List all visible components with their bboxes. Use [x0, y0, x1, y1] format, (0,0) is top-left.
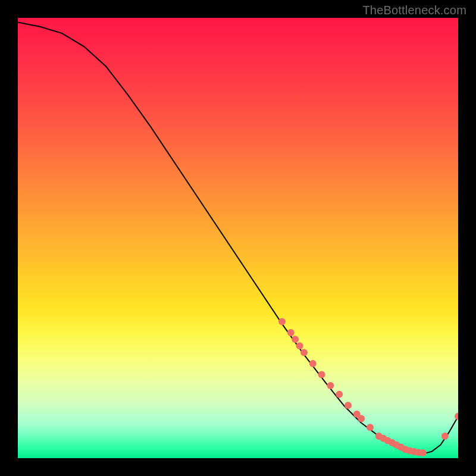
highlight-point	[441, 433, 449, 440]
highlight-point	[296, 342, 303, 349]
highlight-point	[309, 360, 317, 367]
highlight-point	[278, 318, 286, 325]
highlight-point	[336, 391, 343, 398]
highlight-point	[318, 371, 325, 378]
highlight-points	[278, 318, 458, 457]
highlight-point	[455, 413, 458, 420]
highlight-point	[300, 349, 308, 356]
highlight-point	[292, 336, 299, 343]
plot-area	[18, 18, 458, 458]
watermark-text: TheBottleneck.com	[362, 4, 466, 17]
highlight-point	[367, 424, 374, 431]
highlight-point	[327, 382, 334, 389]
chart-svg	[18, 18, 458, 458]
highlight-point	[345, 402, 352, 409]
highlight-point	[419, 449, 427, 456]
bottleneck-curve	[18, 22, 458, 453]
chart-stage: TheBottleneck.com	[0, 0, 476, 476]
highlight-point	[287, 329, 295, 336]
highlight-point	[358, 415, 365, 422]
